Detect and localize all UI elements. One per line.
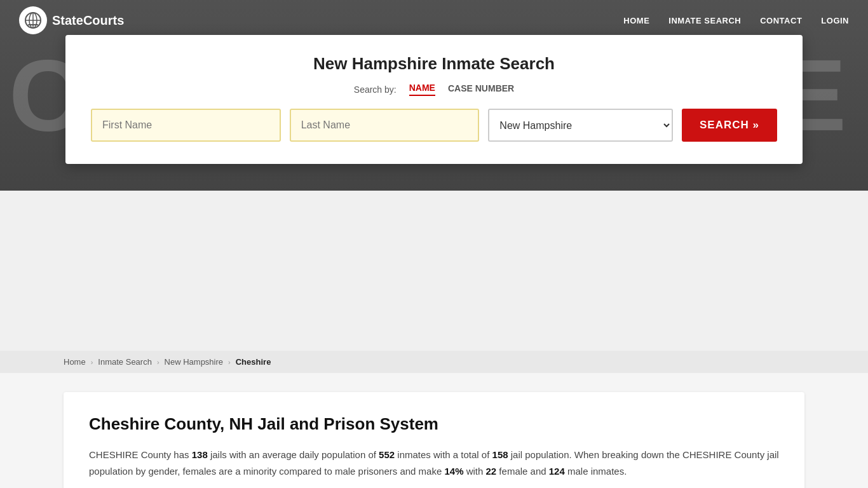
tab-case-number[interactable]: CASE NUMBER: [448, 83, 514, 95]
breadcrumb-home[interactable]: Home: [64, 357, 86, 367]
nav-contact[interactable]: CONTACT: [760, 16, 802, 25]
search-button[interactable]: SEARCH »: [682, 109, 777, 142]
logo-svg: [24, 11, 42, 29]
breadcrumb: Home › Inmate Search › New Hampshire › C…: [0, 351, 868, 373]
nav-login[interactable]: LOGIN: [821, 16, 849, 25]
first-name-input[interactable]: [91, 109, 281, 142]
content-card: Cheshire County, NH Jail and Prison Syst…: [64, 392, 804, 488]
county-title: Cheshire County, NH Jail and Prison Syst…: [89, 414, 779, 434]
last-name-input[interactable]: [290, 109, 480, 142]
main-content: Cheshire County, NH Jail and Prison Syst…: [0, 373, 868, 488]
breadcrumb-state[interactable]: New Hampshire: [165, 357, 223, 367]
state-select[interactable]: New Hampshire Alabama Alaska Arizona Cal…: [488, 109, 673, 142]
breadcrumb-inmate-search[interactable]: Inmate Search: [98, 357, 152, 367]
tab-name[interactable]: NAME: [409, 83, 435, 96]
search-title: New Hampshire Inmate Search: [91, 54, 777, 74]
logo-text: StateCourts: [52, 13, 124, 28]
search-inputs-row: New Hampshire Alabama Alaska Arizona Cal…: [91, 109, 777, 142]
nav-links: HOME INMATE SEARCH CONTACT LOGIN: [623, 16, 849, 25]
search-by-row: Search by: NAME CASE NUMBER: [91, 83, 777, 96]
county-description: CHESHIRE County has 138 jails with an av…: [89, 447, 779, 479]
breadcrumb-sep-1: ›: [91, 358, 93, 366]
logo-icon: [19, 6, 47, 34]
search-card: New Hampshire Inmate Search Search by: N…: [65, 35, 803, 164]
nav-inmate-search[interactable]: INMATE SEARCH: [668, 16, 741, 25]
breadcrumb-sep-2: ›: [157, 358, 159, 366]
breadcrumb-current: Cheshire: [236, 357, 271, 367]
breadcrumb-sep-3: ›: [228, 358, 231, 366]
nav-home[interactable]: HOME: [623, 16, 649, 25]
header: COURTHOUSE StateCourts HOME INMATE SEARC…: [0, 0, 868, 191]
svg-rect-4: [28, 24, 38, 25]
logo-link[interactable]: StateCourts: [19, 6, 124, 34]
search-by-label: Search by:: [354, 85, 397, 95]
